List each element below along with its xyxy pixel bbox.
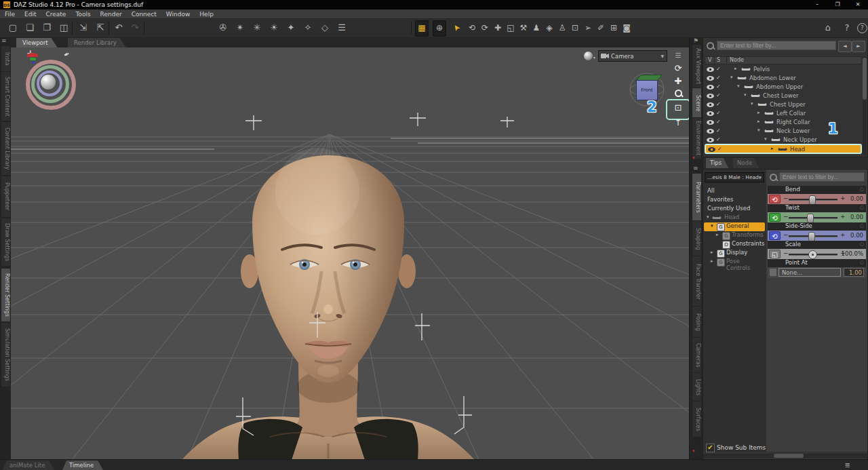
tab-shaping[interactable]: Shaping bbox=[692, 220, 702, 257]
new-camera-icon[interactable]: ✇ bbox=[216, 20, 231, 35]
open-file-icon[interactable]: ❏ bbox=[22, 20, 37, 35]
pane-menu-icon[interactable]: ≡ bbox=[693, 165, 698, 172]
orb-sphere[interactable] bbox=[41, 75, 56, 90]
selectable-pointer-icon[interactable]: ✓ bbox=[716, 101, 721, 107]
menu-connect[interactable]: Connect bbox=[127, 11, 161, 18]
draw-style-sphere-icon[interactable] bbox=[584, 52, 593, 60]
menu-file[interactable]: File bbox=[0, 11, 20, 18]
nav-item-favorites[interactable]: Favorites bbox=[704, 196, 765, 205]
nav-item-pose-controls[interactable]: ▸ G Pose Controls bbox=[704, 258, 765, 267]
selectable-pointer-icon[interactable]: ✓ bbox=[716, 128, 721, 134]
slider-side-side[interactable]: ⟲ − + 0.00 bbox=[768, 231, 866, 241]
gear-icon[interactable]: ○ bbox=[860, 260, 864, 265]
brush-tool-icon[interactable]: ✐ bbox=[595, 20, 607, 35]
slider-thumb[interactable] bbox=[808, 250, 817, 259]
selectable-pointer-icon[interactable]: ✓ bbox=[716, 75, 721, 81]
selectable-pointer-icon[interactable]: ✓ bbox=[716, 136, 721, 142]
tab-timeline[interactable]: Timeline bbox=[62, 461, 103, 470]
tab-environment[interactable]: Environment bbox=[692, 117, 702, 159]
nav-item-general[interactable]: ▾ G General bbox=[704, 222, 765, 231]
point-at-none-button[interactable]: None... bbox=[778, 268, 841, 277]
tab-content-library[interactable]: Content Library bbox=[1, 121, 11, 176]
expand-arrow-icon[interactable]: ▾ bbox=[730, 75, 733, 80]
visibility-eye-icon[interactable] bbox=[708, 147, 715, 152]
menu-create[interactable]: Create bbox=[41, 11, 71, 18]
camera-icon[interactable]: ◙ bbox=[620, 20, 633, 35]
scroll-arrow-icon[interactable]: ▾ bbox=[692, 448, 695, 454]
orbit-icon[interactable]: ⟳ bbox=[671, 62, 685, 75]
params-filter-input[interactable] bbox=[779, 172, 865, 182]
slider-thumb[interactable] bbox=[808, 232, 815, 241]
visibility-eye-icon[interactable] bbox=[707, 67, 714, 72]
tab-viewport[interactable]: Viewport bbox=[16, 38, 58, 47]
figure-tool-icon[interactable]: ♙ bbox=[556, 20, 568, 35]
table-row-selected[interactable]: ✓ ▸ Head bbox=[705, 144, 862, 154]
pan-icon[interactable]: ✚ bbox=[671, 75, 685, 87]
decrement-button[interactable]: − bbox=[783, 231, 789, 238]
scale-tool-icon[interactable]: ◱ bbox=[505, 20, 517, 35]
selectable-pointer-icon[interactable]: ✓ bbox=[717, 146, 722, 152]
expand-arrow-icon[interactable]: ▾ bbox=[737, 83, 740, 89]
slider-track[interactable] bbox=[789, 254, 837, 256]
scrollbar-thumb[interactable] bbox=[863, 58, 867, 100]
joint-editor-icon[interactable]: ⚒ bbox=[517, 20, 530, 35]
import-icon[interactable]: ⇲ bbox=[76, 20, 91, 35]
tab-animate-lite[interactable]: aniMate Lite bbox=[3, 461, 54, 470]
visibility-eye-icon[interactable] bbox=[707, 120, 714, 125]
home-icon[interactable]: ⌂ bbox=[821, 20, 835, 35]
expand-arrow-icon[interactable]: ▾ bbox=[757, 128, 760, 133]
orb-y-arc[interactable] bbox=[30, 58, 36, 60]
whats-this-icon[interactable]: ? bbox=[840, 20, 854, 35]
slider-twist[interactable]: ⟲ − + 0.00 bbox=[768, 212, 866, 222]
decrement-button[interactable]: − bbox=[783, 195, 789, 201]
column-selectable[interactable]: S bbox=[717, 57, 720, 63]
tab-surfaces[interactable]: Surfaces bbox=[692, 401, 702, 437]
selectable-pointer-icon[interactable]: ✓ bbox=[716, 110, 721, 116]
history-back-button[interactable]: ◄ bbox=[838, 41, 852, 52]
save-icon[interactable]: ◫ bbox=[56, 20, 71, 35]
slider-value[interactable]: 0.00 bbox=[850, 232, 863, 239]
table-row[interactable]: ✓ ▸ Left Collar bbox=[705, 109, 862, 119]
gear-icon[interactable]: ○ bbox=[860, 187, 864, 192]
tab-puppeteer[interactable]: Puppeteer bbox=[1, 176, 11, 218]
slider-thumb[interactable] bbox=[807, 214, 814, 223]
orb-z-arc[interactable] bbox=[32, 61, 35, 64]
visibility-eye-icon[interactable] bbox=[707, 138, 714, 142]
scene-filter-input[interactable] bbox=[717, 41, 836, 50]
visibility-eye-icon[interactable] bbox=[707, 85, 714, 90]
node-selection-tool-icon[interactable]: ▦ bbox=[415, 20, 429, 37]
decrement-button[interactable]: − bbox=[783, 213, 789, 220]
view-cube-front-face[interactable]: Front bbox=[636, 80, 658, 100]
expand-arrow-icon[interactable]: ▸ bbox=[757, 110, 760, 115]
tab-parameters[interactable]: Parameters bbox=[692, 173, 702, 222]
gear-icon[interactable]: ○ bbox=[860, 205, 864, 210]
visibility-eye-icon[interactable] bbox=[707, 129, 714, 134]
menu-edit[interactable]: Edit bbox=[20, 11, 41, 18]
translate-tool-icon[interactable]: ✚ bbox=[492, 20, 504, 35]
pane-menu-icon[interactable]: ≡ bbox=[1, 37, 7, 44]
tab-smart-content[interactable]: Smart Content bbox=[1, 71, 11, 121]
visibility-eye-icon[interactable] bbox=[707, 94, 714, 98]
table-row[interactable]: ✓ ▾ Abdomen Upper bbox=[705, 83, 862, 92]
pane-tree-icon[interactable]: ≣ bbox=[845, 461, 850, 469]
frame-camera-icon[interactable]: ⊡ bbox=[569, 20, 581, 35]
minimize-button[interactable]: – bbox=[807, 0, 827, 9]
tab-face-transfer[interactable]: Face Transfer bbox=[692, 256, 702, 307]
expand-arrow-icon[interactable]: ▾ bbox=[751, 101, 753, 106]
scope-selector[interactable]: ...esis 8 Male : Head ▼ bbox=[705, 172, 764, 182]
expand-arrow-icon[interactable]: ▾ bbox=[744, 92, 747, 98]
menu-help[interactable]: Help bbox=[195, 11, 218, 18]
rotate-tool-icon[interactable]: ⟲ bbox=[466, 20, 478, 35]
slider-track[interactable] bbox=[789, 217, 837, 219]
table-row[interactable]: ✓ ▸ Pelvis bbox=[705, 65, 862, 75]
tab-cameras[interactable]: Cameras bbox=[692, 337, 702, 374]
slider-value[interactable]: 0.00 bbox=[850, 214, 863, 220]
rotate-alt-tool-icon[interactable]: ⟳ bbox=[479, 20, 491, 35]
table-row[interactable]: ✓ ▾ Neck Lower bbox=[705, 127, 862, 136]
selectable-pointer-icon[interactable]: ✓ bbox=[716, 119, 721, 125]
expand-arrow-icon[interactable]: ▸ bbox=[771, 146, 774, 151]
visibility-eye-icon[interactable] bbox=[707, 76, 714, 81]
help-icon[interactable]: ? bbox=[857, 23, 867, 33]
menu-window[interactable]: Window bbox=[161, 11, 195, 18]
aim-tool-icon[interactable]: ⊕ bbox=[433, 20, 446, 37]
